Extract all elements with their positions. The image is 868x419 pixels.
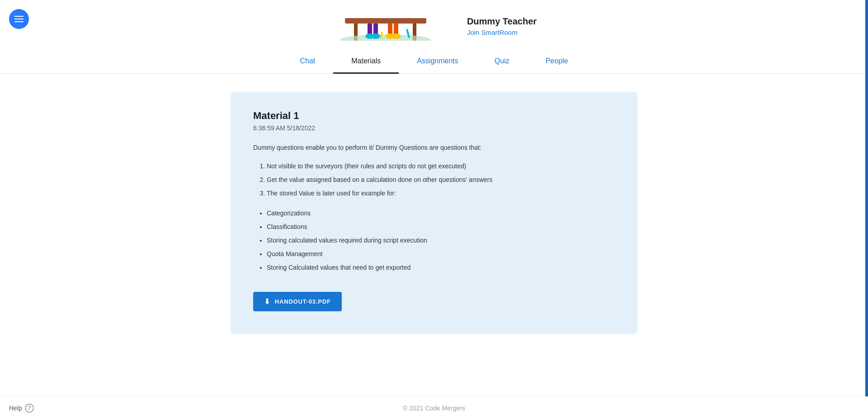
download-label: HANDOUT-03.PDF <box>275 298 331 305</box>
ordered-list: Not visible to the surveyors (their rule… <box>253 160 615 200</box>
footer: © 2021 Code Mergers <box>0 396 868 419</box>
list-item: Not visible to the surveyors (their rule… <box>267 160 615 172</box>
right-stripe <box>865 0 868 419</box>
tab-materials[interactable]: Materials <box>333 50 399 74</box>
svg-rect-9 <box>394 24 398 35</box>
svg-point-7 <box>371 33 380 39</box>
tab-assignments[interactable]: Assignments <box>399 50 476 74</box>
help-icon: ? <box>25 404 34 413</box>
teacher-info: Dummy Teacher Join SmartRoom <box>467 16 537 41</box>
list-item: Categorizations <box>267 207 615 219</box>
tabs-navigation: Chat Materials Assignments Quiz People <box>0 50 868 74</box>
material-date: 6:36:59 AM 5/18/2022 <box>253 124 615 132</box>
list-item: Quota Management <box>267 248 615 260</box>
main-content: Material 1 6:36:59 AM 5/18/2022 Dummy qu… <box>0 92 868 334</box>
illustration-area <box>331 0 458 41</box>
list-item: Storing calculated values required durin… <box>267 234 615 247</box>
tab-chat[interactable]: Chat <box>282 50 333 74</box>
help-link[interactable]: Help ? <box>9 404 34 413</box>
tab-people[interactable]: People <box>528 50 586 74</box>
material-card: Material 1 6:36:59 AM 5/18/2022 Dummy qu… <box>231 92 637 334</box>
menu-button[interactable] <box>9 9 29 29</box>
svg-rect-4 <box>368 24 372 35</box>
svg-rect-2 <box>345 18 426 24</box>
help-label: Help <box>9 405 22 412</box>
list-item: Storing Calculated values that need to g… <box>267 261 615 274</box>
hamburger-icon <box>14 19 24 19</box>
download-icon: ⬇ <box>264 297 270 306</box>
top-section: Dummy Teacher Join SmartRoom <box>0 0 868 50</box>
class-illustration <box>336 5 453 41</box>
list-item: The stored Value is later used for examp… <box>267 187 615 200</box>
list-item: Classifications <box>267 220 615 233</box>
material-description: Dummy questions enable you to perform it… <box>253 143 615 152</box>
teacher-name: Dummy Teacher <box>467 16 537 27</box>
svg-rect-8 <box>388 24 392 35</box>
copyright-text: © 2021 Code Mergers <box>403 405 465 412</box>
list-item: Get the value assigned based on a calcul… <box>267 173 615 186</box>
material-title: Material 1 <box>253 110 615 122</box>
tab-quiz[interactable]: Quiz <box>476 50 528 74</box>
join-smartroom-link[interactable]: Join SmartRoom <box>467 29 537 36</box>
svg-rect-5 <box>373 24 378 35</box>
svg-point-11 <box>392 33 401 39</box>
bullet-list: Categorizations Classifications Storing … <box>253 207 615 274</box>
download-button[interactable]: ⬇ HANDOUT-03.PDF <box>253 292 342 311</box>
